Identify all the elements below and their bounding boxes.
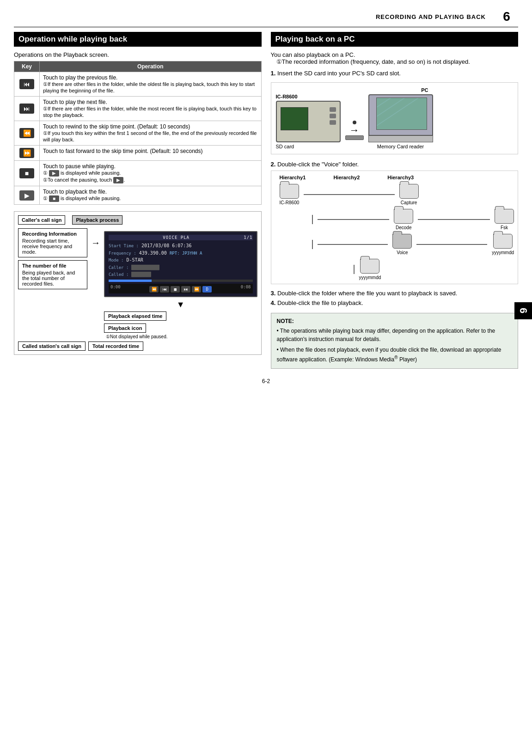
- screen-lines-svg: [377, 98, 428, 130]
- svg-line-0: [377, 98, 391, 107]
- ic-label: IC-R8600: [276, 94, 341, 99]
- screen-line-1: Start Time : 2017/03/08 6:07:36: [109, 242, 253, 250]
- diagram-middle: Recording Information Recording start ti…: [18, 228, 257, 339]
- hier-row-3: Voice yyyymmdd: [312, 234, 514, 255]
- screen-bottom-bar: 0:00 ⏪ ⏮ ■ ⏭ ⏩ D 0:08: [109, 284, 253, 293]
- num-files-box: The number of file Being played back, an…: [18, 260, 87, 289]
- folder-shape: [493, 234, 513, 249]
- ic-btn-3: [330, 120, 336, 125]
- ctrl-blue: D: [202, 286, 212, 293]
- connector-arrow: →: [349, 125, 360, 135]
- folder-decode: Decode: [394, 209, 413, 230]
- screen-line-4: Caller : ██████████: [109, 264, 253, 271]
- key-cell: ⏩: [14, 146, 40, 161]
- folder-shape2: [360, 259, 379, 274]
- svg-line-1: [377, 98, 404, 116]
- pc-device: [368, 94, 433, 142]
- table-row: ▶ Touch to playback the file. ① ■ is dis…: [14, 186, 262, 205]
- pc-device-area: PC: [368, 87, 433, 149]
- hierarchy-diagram: Hierarchy1 Hierarchy2 Hierarchy3 IC-R860…: [271, 171, 519, 284]
- ctrl-rewind: ⏪: [149, 286, 159, 293]
- connector-line: [304, 194, 394, 195]
- ic-buttons: [330, 107, 336, 125]
- vert-line3: [354, 265, 355, 274]
- key-cell: ⏮: [14, 72, 40, 97]
- time-elapsed: 0:00: [110, 285, 121, 293]
- recording-info-title: Recording Information: [22, 231, 83, 237]
- connector-dot: [353, 121, 356, 124]
- folder-shape: [394, 209, 413, 224]
- sd-card-label: SD card: [276, 144, 341, 149]
- vert-line2: [312, 240, 313, 249]
- step-2-area: 2. Double-click the "Voice" folder.: [271, 161, 519, 168]
- next-key-icon: ⏭: [19, 104, 34, 114]
- ctrl-prev: ⏮: [160, 286, 169, 293]
- playback-icon-sub: ①Not displayed while paused.: [106, 334, 168, 339]
- table-row: ⏩ Touch to fast forward to the skip time…: [14, 146, 262, 161]
- folder-voice-label: Voice: [397, 250, 408, 255]
- screen-title: VOICE PLA 1/1: [109, 235, 253, 240]
- folder-date2: yyyymmdd: [359, 259, 381, 280]
- col-operation: Operation: [40, 61, 262, 72]
- folder-shape: [495, 209, 514, 224]
- step-3-num: 3.: [271, 290, 276, 297]
- step-3-text: Double-click the folder where the file y…: [277, 290, 457, 297]
- ctrl-next: ⏭: [181, 286, 190, 293]
- progress-bar-fill: [109, 280, 152, 282]
- ic-btn-2: [330, 114, 336, 118]
- hierarchy-labels: Hierarchy1 Hierarchy2 Hierarchy3: [280, 175, 514, 180]
- folder-voice: Voice: [392, 234, 412, 255]
- note-title: NOTE:: [277, 318, 513, 324]
- prev-key-icon: ⏮: [19, 79, 34, 89]
- step-1: 1. Insert the SD card into your PC's SD …: [271, 70, 519, 77]
- left-column: Operation while playing back Operations …: [14, 32, 262, 369]
- left-section-header: Operation while playing back: [14, 32, 262, 47]
- ic-device-area: IC-R8600 SD card: [276, 94, 341, 149]
- step-4-text: Double-click the file to playback.: [277, 299, 363, 306]
- screen-mode-text: VOICE PLA: [163, 235, 190, 240]
- h-line2: [418, 219, 490, 220]
- hier-3: Hierarchy3: [387, 175, 414, 180]
- folder-voice-shape: [392, 234, 412, 249]
- device-row: IC-R8600 SD card →: [276, 87, 514, 149]
- recording-info-text: Recording start time, receive frequency …: [22, 238, 83, 255]
- recording-info-box: Recording Information Recording start ti…: [18, 228, 87, 257]
- right-section-header: Playing back on a PC: [271, 32, 519, 47]
- folder-ic-r8600: IC-R8600: [280, 184, 300, 205]
- step-3-area: 3. Double-click the folder where the fil…: [271, 290, 519, 297]
- play-icon-small2: ▶: [113, 177, 123, 183]
- down-arrow: ▼: [104, 300, 257, 310]
- step-4-area: 4. Double-click the file to playback.: [271, 299, 519, 306]
- progress-bar: [109, 280, 253, 282]
- screen-line-3: Mode : D-STAR: [109, 256, 253, 264]
- folder-ic-label: IC-R8600: [280, 200, 300, 205]
- op-cell: Touch to play the next file. ①If there a…: [40, 97, 262, 121]
- header-title: RECORDING AND PLAYING BACK: [14, 13, 495, 20]
- key-cell: ■: [14, 161, 40, 186]
- bottom-labels: Called station's call sign Total recorde…: [18, 341, 257, 351]
- called-value-redacted: ███████: [131, 272, 151, 277]
- ic-screen: [281, 107, 308, 130]
- folder-shape: [399, 184, 419, 199]
- folder-date1: yyyymmdd: [492, 234, 514, 255]
- page-number: 6-2: [14, 378, 518, 384]
- memory-card-label: Memory Card reader: [368, 144, 433, 149]
- ffwd-key-icon: ⏩: [19, 148, 34, 158]
- called-station-box: Called station's call sign: [18, 341, 86, 351]
- h-line3: [318, 244, 388, 245]
- ctrl-ffwd: ⏩: [192, 286, 201, 293]
- col-key: Key: [14, 61, 40, 72]
- diagram-top-row: Caller's call sign Playback process: [18, 215, 257, 225]
- right-column: Playing back on a PC You can also playba…: [271, 32, 519, 369]
- folder-decode-label: Decode: [396, 225, 411, 230]
- hier-row-2: Decode Fsk: [312, 209, 514, 230]
- table-row: ■ Touch to pause while playing. ① ▶ is d…: [14, 161, 262, 186]
- step-4-num: 4.: [271, 299, 276, 306]
- screen-area: VOICE PLA 1/1 Start Time : 2017/03/08 6:…: [104, 228, 257, 339]
- main-content: Operation while playing back Operations …: [14, 32, 518, 369]
- folder-fsk: Fsk: [495, 209, 514, 230]
- rpt-text: RPT: JP3YHH A: [170, 251, 202, 256]
- connector-plug: [345, 135, 364, 140]
- op-cell: Touch to rewind to the skip time point. …: [40, 121, 262, 146]
- caller-sign-label: Caller's call sign: [18, 215, 65, 225]
